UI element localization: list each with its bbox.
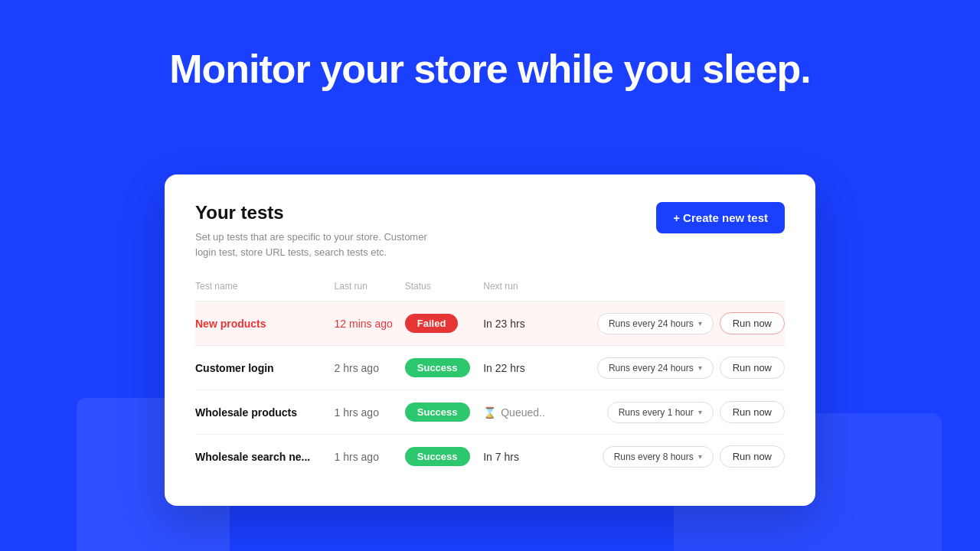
test-name: Wholesale products (195, 406, 297, 419)
status-badge: Failed (405, 314, 459, 333)
col-actions (558, 281, 785, 302)
last-run-value: 12 mins ago (335, 318, 393, 330)
schedule-dropdown-button[interactable]: Runs every 8 hours▾ (603, 446, 714, 468)
chevron-down-icon: ▾ (698, 319, 702, 328)
table-row: Wholesale search ne...1 hrs agoSuccessIn… (195, 435, 785, 479)
last-run-value: 1 hrs ago (335, 406, 379, 419)
last-run-value: 1 hrs ago (335, 451, 379, 463)
table-row: Customer login2 hrs agoSuccessIn 22 hrsR… (195, 346, 785, 390)
modal-title-group: Your tests Set up tests that are specifi… (195, 202, 440, 259)
run-now-label: Run now (733, 451, 772, 462)
schedule-dropdown-button[interactable]: Runs every 1 hour▾ (607, 402, 714, 423)
col-status: Status (405, 281, 483, 302)
run-now-button[interactable]: Run now (720, 445, 785, 468)
schedule-label: Runs every 8 hours (614, 452, 694, 462)
test-name: Wholesale search ne... (195, 451, 310, 463)
hero-section: Monitor your store while you sleep. (0, 0, 980, 92)
hero-title: Monitor your store while you sleep. (0, 0, 980, 92)
next-run-value: In 23 hrs (483, 318, 524, 330)
next-run-value: ⌛ Queued.. (483, 406, 545, 419)
test-name: Customer login (195, 362, 274, 374)
last-run-value: 2 hrs ago (335, 362, 379, 374)
col-last-run: Last run (335, 281, 405, 302)
col-next-run: Next run (483, 281, 557, 302)
run-now-button[interactable]: Run now (720, 357, 785, 379)
table-header: Test name Last run Status Next run (195, 281, 785, 302)
create-new-test-button[interactable]: + Create new test (656, 202, 785, 233)
chevron-down-icon: ▾ (698, 408, 702, 416)
schedule-label: Runs every 24 hours (609, 363, 694, 373)
run-now-button[interactable]: Run now (720, 312, 785, 334)
action-cell: Runs every 1 hour▾Run now (558, 401, 785, 423)
col-test-name: Test name (195, 281, 335, 302)
test-name: New products (195, 318, 266, 330)
table-row: New products12 mins agoFailedIn 23 hrsRu… (195, 302, 785, 346)
chevron-down-icon: ▾ (698, 452, 702, 461)
run-now-label: Run now (733, 406, 772, 418)
chevron-down-icon: ▾ (698, 364, 702, 372)
schedule-dropdown-button[interactable]: Runs every 24 hours▾ (597, 357, 714, 379)
schedule-dropdown-button[interactable]: Runs every 24 hours▾ (597, 313, 714, 334)
next-run-value: In 7 hrs (483, 451, 519, 463)
run-now-label: Run now (733, 362, 772, 373)
table-body: New products12 mins agoFailedIn 23 hrsRu… (195, 302, 785, 479)
modal-subtitle: Set up tests that are specific to your s… (195, 230, 440, 259)
hourglass-icon: ⌛ (483, 406, 496, 419)
action-cell: Runs every 8 hours▾Run now (558, 445, 785, 468)
tests-table: Test name Last run Status Next run New p… (195, 281, 785, 478)
status-badge: Success (405, 358, 470, 377)
action-cell: Runs every 24 hours▾Run now (558, 357, 785, 379)
status-badge: Success (405, 403, 470, 422)
status-badge: Success (405, 447, 470, 466)
run-now-label: Run now (733, 318, 772, 329)
schedule-label: Runs every 24 hours (609, 318, 694, 329)
table-row: Wholesale products1 hrs agoSuccess⌛ Queu… (195, 390, 785, 435)
modal-header: Your tests Set up tests that are specifi… (195, 202, 785, 259)
run-now-button[interactable]: Run now (720, 401, 785, 423)
next-run-value: In 22 hrs (483, 362, 524, 374)
modal-title: Your tests (195, 202, 440, 223)
tests-modal: Your tests Set up tests that are specifi… (165, 174, 815, 506)
schedule-label: Runs every 1 hour (619, 407, 694, 418)
action-cell: Runs every 24 hours▾Run now (558, 312, 785, 334)
